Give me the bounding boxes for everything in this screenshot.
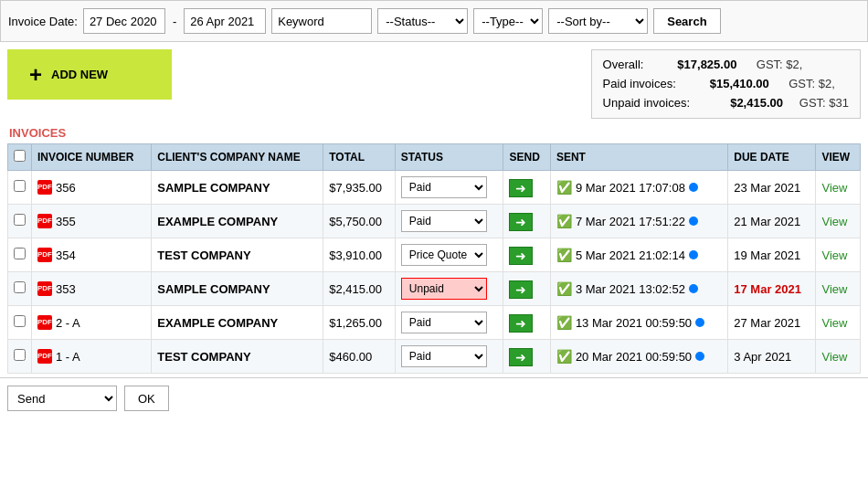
send-button[interactable] (509, 247, 533, 265)
pdf-icon[interactable]: PDF (37, 349, 52, 364)
plus-icon: + (29, 62, 42, 88)
status-select[interactable]: --Status-- Paid Unpaid Price Quote (377, 8, 468, 34)
row-checkbox[interactable] (14, 281, 26, 293)
sent-check-icon: ✅ (556, 180, 572, 195)
status-dropdown[interactable]: Paid Unpaid Price Quote (401, 345, 487, 367)
invoice-number: 354 (56, 248, 76, 262)
invoice-total: $3,910.00 (329, 248, 382, 262)
sent-check-icon: ✅ (556, 214, 572, 228)
pdf-icon[interactable]: PDF (37, 315, 52, 330)
header-client-company: CLIENT'S COMPANY NAME (152, 144, 323, 171)
action-summary-row: + ADD NEW Overall: $17,825.00 GST: $2, P… (0, 42, 868, 126)
send-button[interactable] (509, 348, 533, 366)
sent-cell: ✅ 3 Mar 2021 13:02:52 (550, 272, 727, 306)
company-name-cell: EXAMPLE COMPANY (152, 306, 323, 340)
date-to-input[interactable] (184, 8, 266, 34)
row-checkbox[interactable] (14, 248, 26, 259)
total-cell: $3,910.00 (323, 238, 396, 272)
view-cell: View (816, 238, 861, 272)
invoices-section: INVOICES INVOICE NUMBER CLIENT'S COMPANY… (0, 126, 868, 374)
company-name: EXAMPLE COMPANY (157, 215, 278, 228)
company-name-cell: EXAMPLE COMPANY (152, 205, 323, 238)
view-cell: View (816, 205, 861, 238)
search-button[interactable]: Search (653, 8, 720, 34)
due-date-cell: 27 Mar 2021 (728, 306, 816, 340)
view-cell: View (816, 306, 861, 340)
send-button[interactable] (509, 314, 533, 333)
total-cell: $7,935.00 (323, 171, 396, 205)
pdf-icon[interactable]: PDF (37, 248, 52, 262)
sent-cell: ✅ 20 Mar 2021 00:59:50 (550, 340, 727, 374)
row-checkbox[interactable] (14, 349, 26, 361)
status-dropdown[interactable]: Paid Unpaid Price Quote (401, 210, 487, 232)
due-date: 23 Mar 2021 (734, 181, 800, 195)
add-new-button[interactable]: + ADD NEW (7, 49, 172, 100)
header-invoice-number: INVOICE NUMBER (32, 144, 152, 171)
info-dot-icon[interactable] (695, 318, 704, 327)
send-button[interactable] (509, 213, 533, 231)
sent-date: 9 Mar 2021 17:07:08 (576, 181, 685, 195)
info-dot-icon[interactable] (689, 250, 698, 259)
invoice-total: $5,750.00 (329, 215, 382, 228)
table-row: PDF 353 SAMPLE COMPANY $2,415.00 Paid Un… (8, 272, 861, 306)
invoice-number: 2 - A (56, 316, 80, 330)
summary-paid-row: Paid invoices: $15,410.00 GST: $2, (603, 75, 849, 94)
pdf-icon[interactable]: PDF (37, 180, 52, 195)
status-dropdown[interactable]: Paid Unpaid Price Quote (401, 312, 487, 333)
sent-date: 7 Mar 2021 17:51:22 (576, 215, 685, 228)
row-checkbox[interactable] (14, 180, 26, 192)
view-link[interactable]: View (821, 181, 847, 195)
type-select[interactable]: --Type-- Invoice Quote (473, 8, 543, 34)
info-dot-icon[interactable] (689, 284, 698, 293)
paid-label: Paid invoices: (603, 75, 676, 94)
view-link[interactable]: View (821, 248, 847, 262)
due-date-cell: 21 Mar 2021 (728, 205, 816, 238)
view-link[interactable]: View (821, 350, 847, 364)
unpaid-gst: GST: $31 (794, 94, 849, 113)
info-dot-icon[interactable] (695, 352, 704, 361)
status-cell: Paid Unpaid Price Quote (395, 306, 503, 340)
date-from-input[interactable] (83, 8, 165, 34)
due-date: 17 Mar 2021 (734, 282, 801, 296)
paid-gst: GST: $2, (780, 75, 835, 94)
sent-check-icon: ✅ (556, 315, 572, 330)
invoices-table: INVOICE NUMBER CLIENT'S COMPANY NAME TOT… (7, 143, 861, 374)
filter-bar: Invoice Date: - --Status-- Paid Unpaid P… (0, 0, 868, 42)
sort-select[interactable]: --Sort by-- Date Asc Date Desc Amount As… (548, 8, 648, 34)
invoice-number: 356 (56, 181, 76, 195)
pdf-icon[interactable]: PDF (37, 214, 52, 228)
invoice-number: 1 - A (56, 350, 80, 364)
ok-button[interactable]: OK (124, 386, 169, 411)
header-view: VIEW (816, 144, 861, 171)
company-name: TEST COMPANY (157, 248, 250, 262)
row-checkbox[interactable] (14, 315, 26, 327)
bulk-action-select[interactable]: Send Email Print (7, 386, 117, 411)
header-sent: SENT (550, 144, 727, 171)
view-link[interactable]: View (821, 215, 847, 228)
view-link[interactable]: View (821, 282, 847, 296)
select-all-checkbox[interactable] (14, 150, 26, 162)
sent-date: 3 Mar 2021 13:02:52 (576, 282, 685, 296)
info-dot-icon[interactable] (689, 217, 698, 226)
pdf-icon[interactable]: PDF (37, 281, 52, 296)
send-button[interactable] (509, 179, 533, 197)
info-dot-icon[interactable] (689, 183, 698, 192)
send-cell (503, 205, 550, 238)
invoices-title: INVOICES (7, 126, 861, 140)
status-dropdown[interactable]: Paid Unpaid Price Quote (401, 176, 487, 198)
table-header-row: INVOICE NUMBER CLIENT'S COMPANY NAME TOT… (8, 144, 861, 171)
status-cell: Paid Unpaid Price Quote (395, 340, 503, 374)
status-dropdown[interactable]: Paid Unpaid Price Quote (401, 244, 487, 266)
sent-date: 20 Mar 2021 00:59:50 (576, 350, 692, 364)
invoice-total: $460.00 (329, 350, 372, 364)
view-link[interactable]: View (821, 316, 847, 330)
send-button[interactable] (509, 280, 533, 299)
keyword-input[interactable] (271, 8, 372, 34)
total-cell: $1,265.00 (323, 306, 396, 340)
invoice-total: $1,265.00 (329, 316, 382, 330)
send-cell (503, 306, 550, 340)
invoice-number-cell: PDF 354 (32, 238, 152, 272)
row-checkbox-cell (8, 340, 32, 374)
row-checkbox[interactable] (14, 214, 26, 226)
status-dropdown[interactable]: Paid Unpaid Price Quote (401, 278, 487, 300)
